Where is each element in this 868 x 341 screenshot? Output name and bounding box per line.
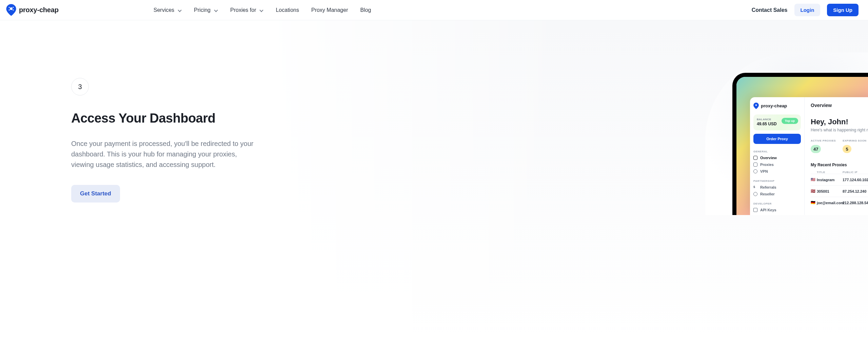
stat-active-proxies: ACTIVE PROXIES 47 bbox=[811, 139, 836, 153]
table-header: TITLE PUBLIC IP bbox=[811, 171, 868, 174]
svg-point-0 bbox=[10, 7, 13, 10]
hero-title: Access Your Dashboard bbox=[71, 111, 268, 126]
brand-logo[interactable]: proxy-cheap bbox=[6, 4, 59, 16]
login-button[interactable]: Login bbox=[794, 4, 821, 16]
svg-point-1 bbox=[9, 7, 10, 8]
site-header: proxy-cheap Services Pricing Proxies for… bbox=[0, 0, 868, 20]
get-started-button[interactable]: Get Started bbox=[71, 185, 120, 203]
grid-icon bbox=[753, 156, 757, 160]
stats-row: ACTIVE PROXIES 47 EXPIRING SOON 5 bbox=[811, 139, 868, 153]
stack-icon bbox=[753, 163, 757, 167]
table-row[interactable]: 🇺🇸 Instagram 177.124.60.102 bbox=[811, 174, 868, 185]
nav-proxy-manager-label: Proxy Manager bbox=[311, 7, 348, 13]
tablet-frame: proxy-cheap BALANCE 49.65 USD Top up Ord… bbox=[732, 73, 868, 215]
row-ip: 212.288.128.54 bbox=[843, 201, 868, 205]
contact-sales-link[interactable]: Contact Sales bbox=[752, 7, 788, 13]
section-developer: DEVELOPER bbox=[753, 202, 801, 205]
nav-services-label: Services bbox=[154, 7, 174, 13]
section-partnership: PARTNERSHIP bbox=[753, 179, 801, 183]
order-proxy-button[interactable]: Order Proxy bbox=[753, 134, 801, 144]
sidebar-proxies-label: Proxies bbox=[760, 163, 774, 167]
dashboard-greeting: Hey, John! bbox=[811, 118, 868, 126]
svg-point-2 bbox=[13, 7, 14, 8]
flag-icon: 🇩🇪 bbox=[811, 200, 817, 205]
row-ip: 177.124.60.102 bbox=[843, 178, 868, 182]
sidebar-item-overview[interactable]: Overview bbox=[753, 156, 801, 160]
sidebar-vpn-label: VPN bbox=[760, 169, 768, 173]
col-title-header: TITLE bbox=[817, 171, 843, 174]
stat-expiring-label: EXPIRING SOON bbox=[843, 139, 867, 142]
hero-description: Once your payment is processed, you'll b… bbox=[71, 138, 258, 170]
recent-proxies-title: My Recent Proxies bbox=[811, 163, 868, 167]
nav-locations[interactable]: Locations bbox=[276, 7, 299, 13]
stat-active-value: 47 bbox=[811, 145, 821, 153]
main-content: 3 Access Your Dashboard Once your paymen… bbox=[0, 20, 868, 341]
balance-widget: BALANCE 49.65 USD Top up bbox=[753, 114, 801, 130]
dashboard-page-title: Overview bbox=[811, 103, 868, 108]
nav-locations-label: Locations bbox=[276, 7, 299, 13]
chevron-down-icon bbox=[214, 8, 218, 12]
key-icon bbox=[753, 208, 757, 212]
row-title: 305001 bbox=[817, 189, 843, 193]
signup-button[interactable]: Sign Up bbox=[827, 4, 859, 16]
primary-nav: Services Pricing Proxies for Locations P… bbox=[154, 7, 371, 13]
sidebar-item-proxies[interactable]: Proxies bbox=[753, 163, 801, 167]
stat-active-label: ACTIVE PROXIES bbox=[811, 139, 836, 142]
sidebar-referrals-label: Referrals bbox=[760, 185, 776, 189]
nav-services[interactable]: Services bbox=[154, 7, 182, 13]
step-number: 3 bbox=[78, 83, 82, 91]
svg-point-3 bbox=[9, 9, 10, 10]
flag-icon: 🇱🇻 bbox=[811, 189, 817, 193]
sidebar-item-vpn[interactable]: VPN bbox=[753, 169, 801, 173]
svg-point-5 bbox=[755, 104, 757, 106]
stat-expiring-soon: EXPIRING SOON 5 bbox=[843, 139, 867, 153]
hero-section: 3 Access Your Dashboard Once your paymen… bbox=[71, 78, 268, 203]
chevron-down-icon bbox=[259, 8, 263, 12]
logo-icon bbox=[6, 4, 16, 16]
sidebar-reseller-label: Reseller bbox=[760, 192, 775, 196]
sidebar-item-api-keys[interactable]: API Keys bbox=[753, 208, 801, 212]
dashboard-card: proxy-cheap BALANCE 49.65 USD Top up Ord… bbox=[750, 97, 868, 215]
table-row[interactable]: 🇱🇻 305001 87.254.12.240 bbox=[811, 185, 868, 197]
table-row[interactable]: 🇩🇪 joe@email.com 212.288.128.54 bbox=[811, 197, 868, 208]
nav-blog-label: Blog bbox=[360, 7, 371, 13]
dashboard-subtitle: Here's what is happening right n bbox=[811, 128, 868, 132]
recent-proxies-table: TITLE PUBLIC IP 🇺🇸 Instagram 177.124.60.… bbox=[811, 171, 868, 208]
nav-pricing-label: Pricing bbox=[194, 7, 211, 13]
sidebar-item-reseller[interactable]: Reseller bbox=[753, 192, 801, 196]
sidebar-item-referrals[interactable]: Referrals bbox=[753, 185, 801, 189]
flag-icon: 🇺🇸 bbox=[811, 177, 817, 182]
dashboard-sidebar: proxy-cheap BALANCE 49.65 USD Top up Ord… bbox=[750, 97, 804, 215]
dashboard-brand: proxy-cheap bbox=[761, 103, 787, 108]
brand-name: proxy-cheap bbox=[19, 6, 59, 14]
dashboard-logo: proxy-cheap bbox=[753, 103, 801, 109]
nav-proxies-for[interactable]: Proxies for bbox=[230, 7, 263, 13]
dashboard-mockup: proxy-cheap BALANCE 49.65 USD Top up Ord… bbox=[732, 73, 868, 215]
topup-button[interactable]: Top up bbox=[782, 118, 798, 124]
gear-icon bbox=[753, 192, 757, 196]
section-general: GENERAL bbox=[753, 150, 801, 153]
sidebar-apikeys-label: API Keys bbox=[760, 208, 776, 212]
nav-blog[interactable]: Blog bbox=[360, 7, 371, 13]
dollar-icon bbox=[753, 185, 757, 189]
nav-pricing[interactable]: Pricing bbox=[194, 7, 218, 13]
dashboard-main: Overview Hey, John! Here's what is happe… bbox=[804, 97, 868, 215]
stat-expiring-value: 5 bbox=[843, 145, 851, 153]
header-actions: Contact Sales Login Sign Up bbox=[752, 4, 859, 16]
step-indicator: 3 bbox=[71, 78, 89, 95]
nav-proxy-manager[interactable]: Proxy Manager bbox=[311, 7, 348, 13]
col-ip-header: PUBLIC IP bbox=[843, 171, 868, 174]
row-title: joe@email.com bbox=[817, 201, 843, 205]
row-ip: 87.254.12.240 bbox=[843, 189, 868, 193]
nav-proxies-for-label: Proxies for bbox=[230, 7, 256, 13]
shield-icon bbox=[753, 169, 757, 173]
row-title: Instagram bbox=[817, 178, 843, 182]
logo-icon bbox=[753, 103, 759, 109]
sidebar-overview-label: Overview bbox=[760, 156, 777, 160]
svg-point-4 bbox=[13, 9, 14, 10]
chevron-down-icon bbox=[178, 8, 182, 12]
